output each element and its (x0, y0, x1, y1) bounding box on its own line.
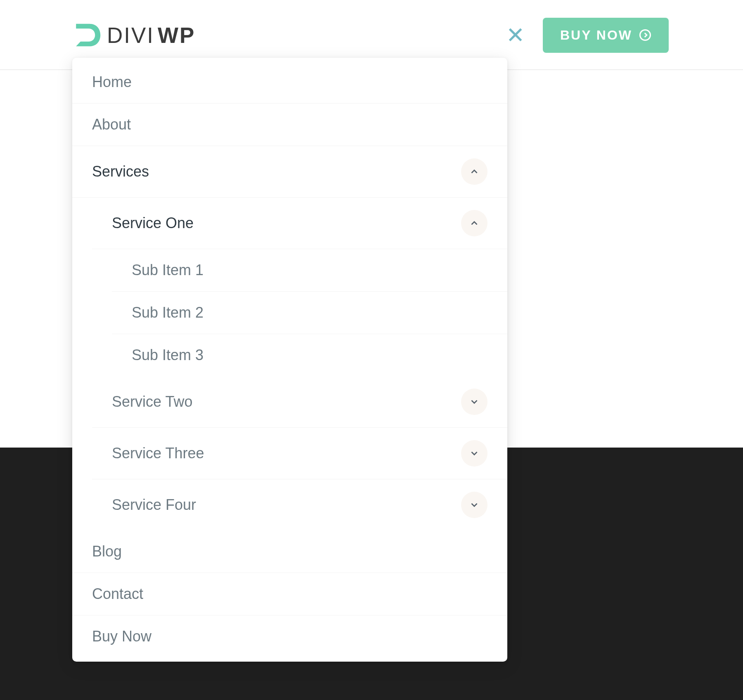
expand-toggle[interactable] (461, 492, 487, 518)
menu-label: Home (92, 73, 132, 91)
menu-item-services[interactable]: Services (72, 146, 507, 198)
expand-toggle[interactable] (461, 389, 487, 415)
menu-item-blog[interactable]: Blog (72, 530, 507, 573)
expand-toggle[interactable] (461, 440, 487, 467)
brand-logo[interactable]: DIVIWP (72, 20, 195, 50)
header-right: ✕ BUY NOW (506, 18, 669, 53)
menu-item-sub-1[interactable]: Sub Item 1 (112, 249, 507, 292)
brand-text-divi: DIVI (107, 23, 154, 48)
menu-item-home[interactable]: Home (72, 61, 507, 104)
menu-label: Contact (92, 585, 143, 603)
service-one-submenu: Sub Item 1 Sub Item 2 Sub Item 3 (92, 249, 507, 376)
menu-label: Buy Now (92, 628, 151, 645)
menu-label: Sub Item 3 (132, 346, 203, 363)
menu-item-sub-3[interactable]: Sub Item 3 (112, 334, 507, 376)
menu-label: Service One (112, 214, 194, 232)
menu-label: Services (92, 163, 149, 180)
close-icon[interactable]: ✕ (506, 24, 525, 46)
menu-item-buy-now[interactable]: Buy Now (72, 615, 507, 658)
menu-label: Service Four (112, 496, 196, 514)
buy-now-label: BUY NOW (560, 28, 632, 43)
menu-item-service-three[interactable]: Service Three (92, 428, 507, 479)
chevron-up-icon (469, 166, 480, 177)
menu-item-service-one[interactable]: Service One (92, 198, 507, 249)
mobile-menu-panel: Home About Services Service One Sub Item… (72, 58, 507, 662)
logo-d-icon (72, 20, 104, 50)
buy-now-button[interactable]: BUY NOW (543, 18, 669, 53)
collapse-toggle[interactable] (461, 210, 487, 236)
menu-label: Service Three (112, 445, 204, 462)
menu-item-contact[interactable]: Contact (72, 573, 507, 615)
services-submenu: Service One Sub Item 1 Sub Item 2 Sub It… (72, 198, 507, 530)
menu-label: Sub Item 2 (132, 304, 203, 321)
menu-label: About (92, 116, 131, 133)
svg-point-0 (640, 30, 651, 40)
menu-item-about[interactable]: About (72, 104, 507, 146)
chevron-circle-right-icon (639, 29, 651, 41)
chevron-down-icon (469, 500, 480, 510)
chevron-up-icon (469, 218, 480, 229)
menu-item-sub-2[interactable]: Sub Item 2 (112, 292, 507, 334)
menu-label: Sub Item 1 (132, 262, 203, 278)
menu-item-service-four[interactable]: Service Four (92, 479, 507, 530)
collapse-toggle[interactable] (461, 158, 487, 185)
brand-text-wp: WP (158, 23, 195, 48)
menu-label: Service Two (112, 393, 192, 410)
chevron-down-icon (469, 448, 480, 459)
chevron-down-icon (469, 396, 480, 407)
menu-label: Blog (92, 543, 122, 560)
menu-item-service-two[interactable]: Service Two (92, 376, 507, 428)
